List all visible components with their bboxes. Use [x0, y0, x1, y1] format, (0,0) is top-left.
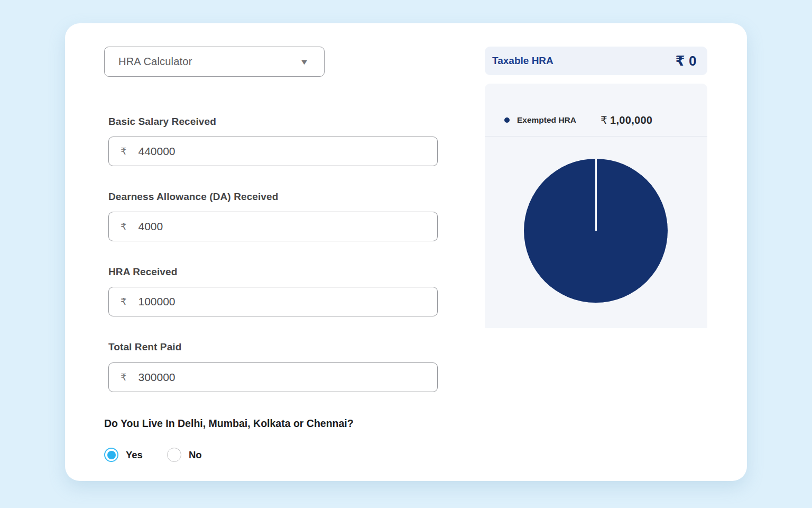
dearness-allowance-field[interactable]: ₹ — [108, 212, 438, 241]
radio-yes-label: Yes — [126, 449, 143, 461]
rupee-icon: ₹ — [121, 221, 126, 232]
dearness-allowance-label: Dearness Allowance (DA) Received — [108, 191, 278, 203]
total-rent-paid-input[interactable] — [138, 371, 428, 384]
chart-legend: Exempted HRA ₹1,00,000 — [485, 112, 707, 128]
dearness-allowance-input[interactable] — [138, 220, 428, 233]
rupee-icon: ₹ — [121, 146, 126, 157]
rupee-icon: ₹ — [675, 53, 685, 69]
rupee-icon: ₹ — [121, 371, 126, 383]
radio-option-yes[interactable]: Yes — [104, 448, 143, 462]
basic-salary-input[interactable] — [138, 145, 428, 158]
exempted-hra-legend-label: Exempted HRA — [517, 115, 601, 125]
panel-divider — [485, 136, 707, 137]
basic-salary-label: Basic Salary Received — [108, 116, 216, 128]
taxable-hra-result-bar: Taxable HRA ₹0 — [485, 47, 707, 75]
hra-pie-chart — [524, 159, 668, 303]
radio-unselected-icon[interactable] — [167, 448, 181, 462]
calculator-type-value: HRA Calculator — [118, 56, 303, 68]
hra-received-field[interactable]: ₹ — [108, 287, 438, 316]
metro-city-question: Do You Live In Delhi, Mumbai, Kolkata or… — [104, 418, 354, 430]
hra-calculator-card: HRA Calculator ▼ Basic Salary Received ₹… — [65, 23, 747, 481]
taxable-hra-label: Taxable HRA — [492, 55, 553, 67]
radio-no-label: No — [189, 449, 202, 461]
rupee-icon: ₹ — [601, 114, 607, 126]
legend-dot-icon — [504, 117, 510, 123]
total-rent-paid-label: Total Rent Paid — [108, 341, 181, 353]
radio-selected-icon[interactable] — [104, 448, 118, 462]
taxable-hra-value: ₹0 — [675, 53, 697, 69]
radio-option-no[interactable]: No — [167, 448, 202, 462]
chevron-down-icon: ▼ — [299, 57, 309, 66]
total-rent-paid-field[interactable]: ₹ — [108, 362, 438, 392]
hra-received-label: HRA Received — [108, 266, 177, 278]
rupee-icon: ₹ — [121, 296, 126, 307]
metro-city-radio-group: Yes No — [104, 448, 202, 462]
calculator-type-dropdown[interactable]: HRA Calculator ▼ — [104, 47, 325, 77]
exempted-hra-value: ₹1,00,000 — [601, 114, 652, 126]
exempted-hra-chart-panel: Exempted HRA ₹1,00,000 — [485, 84, 707, 328]
hra-received-input[interactable] — [138, 295, 428, 308]
basic-salary-field[interactable]: ₹ — [108, 137, 438, 166]
pie-slice-seam — [595, 159, 597, 231]
